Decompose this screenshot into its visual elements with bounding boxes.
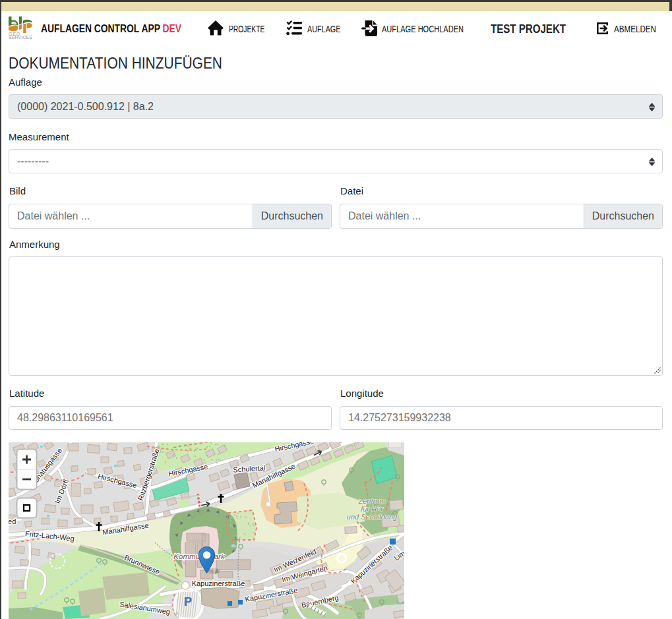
svg-text:SERVICES: SERVICES <box>9 35 32 39</box>
svg-text:für Hör: für Hör <box>361 505 384 513</box>
svg-text:P: P <box>184 595 192 608</box>
svg-text:Kapuzinerstraße: Kapuzinerstraße <box>192 579 245 587</box>
svg-text:und Sehbildung: und Sehbildung <box>347 513 398 521</box>
svg-text:ied: ied <box>9 517 16 525</box>
svg-text:Zentrum: Zentrum <box>358 497 386 505</box>
